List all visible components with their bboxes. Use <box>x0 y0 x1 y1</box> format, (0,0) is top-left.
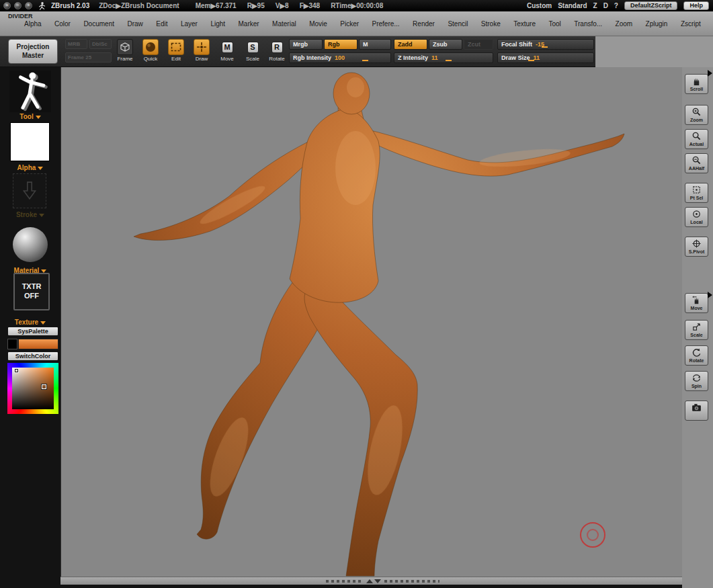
spin-button[interactable]: Spin <box>685 371 708 391</box>
rotate-3d-button[interactable]: Rotate <box>685 345 708 366</box>
menu-item[interactable]: Tool <box>548 20 560 28</box>
menu-item[interactable]: Layer <box>181 20 198 28</box>
stroke-palette-label[interactable]: Stroke <box>0 211 60 218</box>
rgb-intensity-slider[interactable]: Rgb Intensity 100 <box>289 52 391 63</box>
move-button[interactable]: M Move <box>216 39 238 66</box>
current-material-thumbnail[interactable] <box>13 227 48 262</box>
menu-item[interactable]: Texture <box>513 20 536 28</box>
tool-palette-label[interactable]: Tool <box>0 113 60 120</box>
crosshair-icon <box>194 39 210 55</box>
menu-item[interactable]: Alpha <box>24 20 42 28</box>
s-badge: S <box>247 42 259 53</box>
menu-item[interactable]: Edit <box>156 20 167 28</box>
alpha-palette-label[interactable]: Alpha <box>0 164 60 171</box>
panel-expand-arrow-icon[interactable] <box>708 292 712 298</box>
ui-z-label[interactable]: Z <box>593 2 597 9</box>
help-question-label[interactable]: ? <box>614 2 618 9</box>
ui-standard-label[interactable]: Standard <box>558 2 587 9</box>
gradient-color-swatch[interactable] <box>18 339 58 349</box>
menu-item[interactable]: Zscript <box>681 20 701 28</box>
menu-item[interactable]: Stroke <box>481 20 501 28</box>
document-canvas[interactable] <box>60 67 682 577</box>
rgb-button[interactable]: Rgb <box>324 39 358 50</box>
menu-item[interactable]: Zoom <box>616 20 633 28</box>
menu-item[interactable]: Color <box>54 20 71 28</box>
window-add-button[interactable]: + <box>25 2 32 9</box>
stat-value: RTime▶00:00:08 <box>331 2 383 9</box>
point-select-icon <box>691 184 702 196</box>
quick-button[interactable]: Quick <box>140 39 161 66</box>
scale-button[interactable]: S Scale <box>242 39 263 66</box>
scroll-canvas-button[interactable]: Scroll <box>685 74 708 94</box>
window-close-button[interactable]: × <box>3 2 11 9</box>
draw-size-slider[interactable]: Draw Size 11 <box>497 52 594 63</box>
menu-item[interactable]: Zplugin <box>646 20 668 28</box>
current-texture-thumbnail[interactable]: TXTR OFF <box>13 273 50 310</box>
set-pivot-button[interactable]: S.Pivot <box>685 237 708 257</box>
picker-cursor[interactable] <box>42 384 46 389</box>
menu-item[interactable]: Prefere... <box>372 20 400 28</box>
menu-item[interactable]: Draw <box>127 20 142 28</box>
move-3d-button[interactable]: Move <box>685 293 708 313</box>
aahalf-button[interactable]: AAHalf <box>685 153 708 173</box>
menu-item[interactable]: Transfo... <box>574 20 602 28</box>
camera-icon <box>691 402 702 413</box>
syspalette-button[interactable]: SysPalette <box>7 327 58 336</box>
scale-badge-icon: S <box>245 39 261 55</box>
scroll-down-arrow-icon[interactable] <box>374 579 381 583</box>
menu-item[interactable]: Stencil <box>448 20 468 28</box>
magnifier-icon <box>691 130 702 142</box>
focal-shift-slider[interactable]: Focal Shift -15 <box>497 39 594 50</box>
menu-item[interactable]: Light <box>210 20 225 28</box>
snapshot-camera-button[interactable] <box>685 401 708 421</box>
move-badge-icon: M <box>219 39 235 55</box>
menu-item[interactable]: Material <box>272 20 296 28</box>
stat-value: Mem▶67.371 <box>196 2 237 9</box>
local-pivot-button[interactable]: Local <box>685 207 708 227</box>
draw-button[interactable]: Draw <box>191 39 212 66</box>
help-button[interactable]: Help <box>683 1 709 10</box>
rotate-badge-icon: R <box>269 39 285 55</box>
zsub-button[interactable]: Zsub <box>429 39 462 50</box>
rotate-button[interactable]: R Rotate <box>266 39 288 66</box>
zadd-button[interactable]: Zadd <box>394 39 427 50</box>
m-button[interactable]: M <box>359 39 391 50</box>
current-tool-thumbnail[interactable] <box>9 71 51 112</box>
chevron-down-icon <box>40 321 46 325</box>
current-alpha-thumbnail[interactable] <box>10 122 50 161</box>
panel-expand-arrow-icon[interactable] <box>708 70 712 77</box>
saturation-value-square[interactable] <box>12 368 54 409</box>
picker-cursor-secondary[interactable] <box>15 369 18 372</box>
default-zscript-button[interactable]: DefaultZScript <box>624 1 678 10</box>
zoom-canvas-button[interactable]: Zoom <box>685 105 708 125</box>
draw-size-label: Draw Size <box>501 54 530 61</box>
menu-item[interactable]: Render <box>413 20 435 28</box>
actual-size-button[interactable]: Actual <box>685 129 708 149</box>
title-bar: × − + ZBrush 2.03 ZDoc▶ZBrush Document M… <box>0 0 713 11</box>
menu-item[interactable]: Document <box>83 20 114 28</box>
scale-3d-button[interactable]: Scale <box>685 320 708 340</box>
edit-button[interactable]: Edit <box>165 39 187 66</box>
current-stroke-thumbnail[interactable] <box>13 173 46 208</box>
scroll-dashes-right <box>384 580 439 583</box>
menu-item[interactable]: Movie <box>309 20 327 28</box>
ui-d-label[interactable]: D <box>603 2 608 9</box>
mrgb-button[interactable]: Mrgb <box>289 39 323 50</box>
stat-value: F▶348 <box>300 2 320 9</box>
z-intensity-slider[interactable]: Z Intensity 11 <box>394 52 493 63</box>
projection-master-button[interactable]: Projection Master <box>8 39 58 64</box>
scroll-up-arrow-icon[interactable] <box>366 579 373 583</box>
main-color-swatch[interactable] <box>7 339 17 349</box>
menu-item[interactable]: Picker <box>340 20 359 28</box>
sphere-icon <box>142 39 159 55</box>
ui-config-label[interactable]: Custom <box>527 2 552 9</box>
window-minimize-button[interactable]: − <box>14 2 22 9</box>
switchcolor-button[interactable]: SwitchColor <box>7 351 58 361</box>
rgb-intensity-label: Rgb Intensity <box>293 54 331 61</box>
menu-item[interactable]: Marker <box>239 20 259 28</box>
texture-palette-label[interactable]: Texture <box>0 319 60 326</box>
color-picker[interactable] <box>7 363 58 414</box>
frame-button[interactable]: Frame <box>114 39 136 66</box>
local-pivot-icon <box>691 208 702 220</box>
point-select-button[interactable]: Pt Sel <box>685 183 708 203</box>
